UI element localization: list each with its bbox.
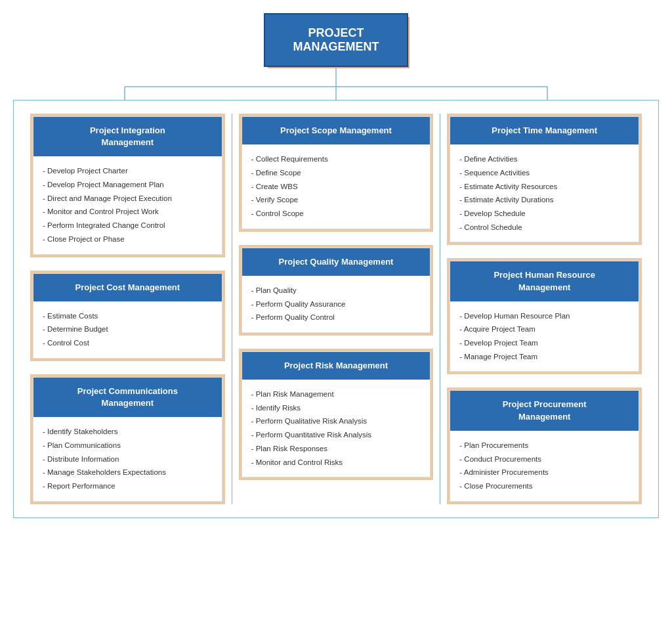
list-item: - Collect Requirements xyxy=(251,152,424,166)
list-item: - Identify Risks xyxy=(251,401,424,415)
list-item: - Close Project or Phase xyxy=(43,232,215,246)
root-title: PROJECT xyxy=(308,26,364,39)
list-item: - Define Scope xyxy=(251,166,424,180)
list-item: - Sequence Activities xyxy=(459,166,632,180)
card-hr-mgmt: Project Human ResourceManagement - Devel… xyxy=(447,258,642,374)
card-quality-mgmt-inner: Project Quality Management - Plan Qualit… xyxy=(242,248,431,333)
root-node: PROJECT MANAGEMENT xyxy=(264,13,408,67)
card-integration-mgmt-inner: Project IntegrationManagement - Develop … xyxy=(33,116,222,255)
card-scope-mgmt-inner: Project Scope Management - Collect Requi… xyxy=(242,116,431,229)
list-item: - Manage Project Team xyxy=(459,350,632,364)
root-connector-svg xyxy=(13,67,659,100)
card-time-mgmt: Project Time Management - Define Activit… xyxy=(447,114,642,245)
list-item: - Develop Project Team xyxy=(459,336,632,350)
card-communications-mgmt-inner: Project CommunicationsManagement - Ident… xyxy=(33,377,222,502)
root-node-wrapper: PROJECT MANAGEMENT xyxy=(13,13,659,67)
card-integration-mgmt-body: - Develop Project Charter - Develop Proj… xyxy=(33,156,222,253)
list-item: - Manage Stakeholders Expectations xyxy=(43,466,215,479)
list-item: - Create WBS xyxy=(251,180,424,194)
page-wrapper: PROJECT MANAGEMENT Project IntegrationMa… xyxy=(13,13,659,518)
root-title-2: MANAGEMENT xyxy=(293,40,379,53)
card-scope-mgmt-body: - Collect Requirements - Define Scope - … xyxy=(242,144,430,228)
card-communications-mgmt-header: Project CommunicationsManagement xyxy=(33,378,222,417)
card-procurement-mgmt-header: Project ProcurementManagement xyxy=(450,391,639,430)
card-scope-mgmt: Project Scope Management - Collect Requi… xyxy=(239,114,434,232)
list-item: - Define Activities xyxy=(459,152,632,166)
list-item: - Identify Stakeholders xyxy=(43,425,215,439)
card-hr-mgmt-header: Project Human ResourceManagement xyxy=(450,261,639,301)
column-2: Project Scope Management - Collect Requi… xyxy=(232,114,441,504)
list-item: - Develop Project Management Plan xyxy=(43,178,215,192)
list-item: - Report Performance xyxy=(43,479,215,493)
list-item: - Administer Procurements xyxy=(459,466,632,479)
list-item: - Determine Budget xyxy=(43,322,215,336)
card-quality-mgmt: Project Quality Management - Plan Qualit… xyxy=(239,245,434,336)
list-item: - Perform Integrated Change Control xyxy=(43,219,215,232)
card-integration-mgmt: Project IntegrationManagement - Develop … xyxy=(30,114,225,257)
list-item: - Conduct Procurements xyxy=(459,452,632,466)
card-scope-mgmt-header: Project Scope Management xyxy=(242,117,430,144)
column-1: Project IntegrationManagement - Develop … xyxy=(24,114,232,504)
card-cost-mgmt: Project Cost Management - Estimate Costs… xyxy=(30,271,225,361)
list-item: - Estimate Activity Durations xyxy=(459,193,632,207)
list-item: - Control Schedule xyxy=(459,221,632,234)
list-item: - Develop Project Charter xyxy=(43,164,215,178)
columns-container: Project IntegrationManagement - Develop … xyxy=(24,114,648,504)
card-risk-mgmt-inner: Project Risk Management - Plan Risk Mana… xyxy=(242,351,431,477)
column-3: Project Time Management - Define Activit… xyxy=(440,114,648,504)
list-item: - Perform Quality Control xyxy=(251,311,424,324)
list-item: - Plan Communications xyxy=(43,439,215,452)
card-communications-mgmt-body: - Identify Stakeholders - Plan Communica… xyxy=(33,417,222,500)
card-risk-mgmt: Project Risk Management - Plan Risk Mana… xyxy=(239,349,434,480)
list-item: - Plan Risk Responses xyxy=(251,442,424,456)
list-item: - Estimate Activity Resources xyxy=(459,180,632,194)
card-quality-mgmt-header: Project Quality Management xyxy=(242,248,430,276)
list-item: - Control Cost xyxy=(43,336,215,350)
card-risk-mgmt-body: - Plan Risk Management - Identify Risks … xyxy=(242,380,430,477)
list-item: - Distribute Information xyxy=(43,452,215,466)
list-item: - Verify Scope xyxy=(251,193,424,207)
list-item: - Plan Risk Management xyxy=(251,387,424,401)
list-item: - Plan Procurements xyxy=(459,439,632,452)
list-item: - Perform Quality Assurance xyxy=(251,297,424,311)
list-item: - Estimate Costs xyxy=(43,309,215,323)
card-hr-mgmt-body: - Develop Human Resource Plan - Acquire … xyxy=(450,301,639,372)
list-item: - Acquire Project Team xyxy=(459,322,632,336)
list-item: - Perform Qualitative Risk Analysis xyxy=(251,414,424,428)
list-item: - Close Procurements xyxy=(459,479,632,493)
list-item: - Control Scope xyxy=(251,207,424,221)
list-item: - Develop Schedule xyxy=(459,207,632,221)
list-item: - Direct and Manage Project Execution xyxy=(43,192,215,206)
card-hr-mgmt-inner: Project Human ResourceManagement - Devel… xyxy=(450,261,639,372)
list-item: - Monitor and Control Project Work xyxy=(43,205,215,219)
list-item: - Develop Human Resource Plan xyxy=(459,309,632,323)
card-procurement-mgmt-body: - Plan Procurements - Conduct Procuremen… xyxy=(450,431,639,501)
card-procurement-mgmt-inner: Project ProcurementManagement - Plan Pro… xyxy=(450,390,639,501)
card-quality-mgmt-body: - Plan Quality - Perform Quality Assuran… xyxy=(242,276,430,332)
card-time-mgmt-inner: Project Time Management - Define Activit… xyxy=(450,116,639,242)
outer-border: Project IntegrationManagement - Develop … xyxy=(13,100,659,518)
list-item: - Monitor and Control Risks xyxy=(251,456,424,470)
list-item: - Perform Quantitative Risk Analysis xyxy=(251,428,424,442)
card-cost-mgmt-body: - Estimate Costs - Determine Budget - Co… xyxy=(33,301,222,358)
card-risk-mgmt-header: Project Risk Management xyxy=(242,352,430,380)
card-time-mgmt-body: - Define Activities - Sequence Activitie… xyxy=(450,144,639,242)
card-communications-mgmt: Project CommunicationsManagement - Ident… xyxy=(30,374,225,504)
list-item: - Plan Quality xyxy=(251,284,424,297)
card-procurement-mgmt: Project ProcurementManagement - Plan Pro… xyxy=(447,387,642,504)
card-cost-mgmt-header: Project Cost Management xyxy=(33,274,222,301)
card-integration-mgmt-header: Project IntegrationManagement xyxy=(33,117,222,156)
card-time-mgmt-header: Project Time Management xyxy=(450,117,639,144)
card-cost-mgmt-inner: Project Cost Management - Estimate Costs… xyxy=(33,273,222,359)
